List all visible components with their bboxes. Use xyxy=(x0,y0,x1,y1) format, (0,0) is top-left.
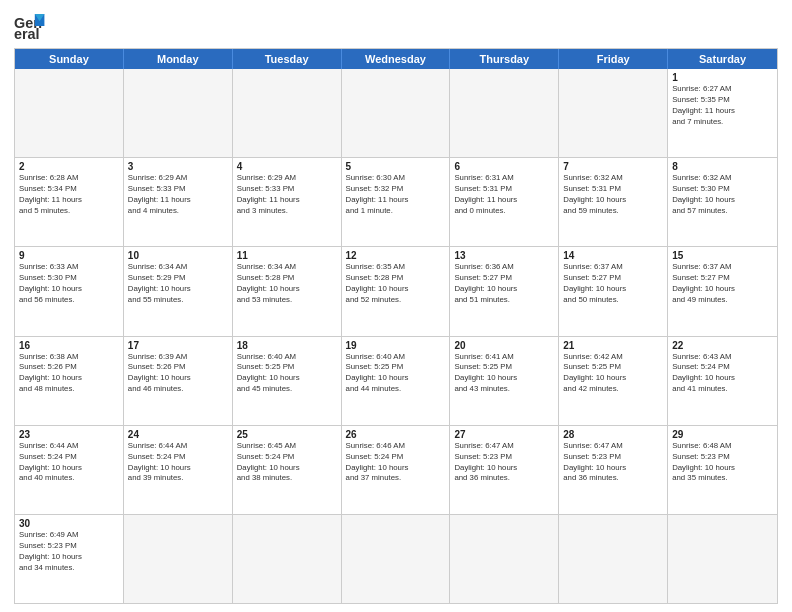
calendar-cell: 14Sunrise: 6:37 AM Sunset: 5:27 PM Dayli… xyxy=(559,247,668,335)
calendar: SundayMondayTuesdayWednesdayThursdayFrid… xyxy=(14,48,778,604)
day-number: 6 xyxy=(454,161,554,172)
calendar-cell xyxy=(668,515,777,603)
calendar-cell xyxy=(559,515,668,603)
calendar-cell xyxy=(450,69,559,157)
calendar-cell: 24Sunrise: 6:44 AM Sunset: 5:24 PM Dayli… xyxy=(124,426,233,514)
page: Gen eral SundayMondayTuesdayWednesdayThu… xyxy=(0,0,792,612)
cell-info: Sunrise: 6:31 AM Sunset: 5:31 PM Dayligh… xyxy=(454,173,554,217)
calendar-cell: 10Sunrise: 6:34 AM Sunset: 5:29 PM Dayli… xyxy=(124,247,233,335)
day-number: 16 xyxy=(19,340,119,351)
cell-info: Sunrise: 6:39 AM Sunset: 5:26 PM Dayligh… xyxy=(128,352,228,396)
day-number: 13 xyxy=(454,250,554,261)
calendar-cell: 7Sunrise: 6:32 AM Sunset: 5:31 PM Daylig… xyxy=(559,158,668,246)
cell-info: Sunrise: 6:41 AM Sunset: 5:25 PM Dayligh… xyxy=(454,352,554,396)
cell-info: Sunrise: 6:36 AM Sunset: 5:27 PM Dayligh… xyxy=(454,262,554,306)
calendar-cell: 9Sunrise: 6:33 AM Sunset: 5:30 PM Daylig… xyxy=(15,247,124,335)
cell-info: Sunrise: 6:40 AM Sunset: 5:25 PM Dayligh… xyxy=(237,352,337,396)
calendar-cell: 18Sunrise: 6:40 AM Sunset: 5:25 PM Dayli… xyxy=(233,337,342,425)
cell-info: Sunrise: 6:37 AM Sunset: 5:27 PM Dayligh… xyxy=(563,262,663,306)
calendar-cell xyxy=(342,69,451,157)
calendar-cell: 19Sunrise: 6:40 AM Sunset: 5:25 PM Dayli… xyxy=(342,337,451,425)
calendar-cell: 13Sunrise: 6:36 AM Sunset: 5:27 PM Dayli… xyxy=(450,247,559,335)
calendar-body: 1Sunrise: 6:27 AM Sunset: 5:35 PM Daylig… xyxy=(15,69,777,603)
calendar-cell: 6Sunrise: 6:31 AM Sunset: 5:31 PM Daylig… xyxy=(450,158,559,246)
day-number: 29 xyxy=(672,429,773,440)
cell-info: Sunrise: 6:38 AM Sunset: 5:26 PM Dayligh… xyxy=(19,352,119,396)
day-number: 8 xyxy=(672,161,773,172)
day-number: 17 xyxy=(128,340,228,351)
header: Gen eral xyxy=(14,10,778,42)
day-number: 9 xyxy=(19,250,119,261)
day-number: 22 xyxy=(672,340,773,351)
cell-info: Sunrise: 6:37 AM Sunset: 5:27 PM Dayligh… xyxy=(672,262,773,306)
day-number: 4 xyxy=(237,161,337,172)
calendar-cell: 5Sunrise: 6:30 AM Sunset: 5:32 PM Daylig… xyxy=(342,158,451,246)
svg-text:eral: eral xyxy=(14,26,40,42)
calendar-row-2: 9Sunrise: 6:33 AM Sunset: 5:30 PM Daylig… xyxy=(15,246,777,335)
calendar-cell: 17Sunrise: 6:39 AM Sunset: 5:26 PM Dayli… xyxy=(124,337,233,425)
cell-info: Sunrise: 6:32 AM Sunset: 5:30 PM Dayligh… xyxy=(672,173,773,217)
calendar-cell: 1Sunrise: 6:27 AM Sunset: 5:35 PM Daylig… xyxy=(668,69,777,157)
calendar-row-3: 16Sunrise: 6:38 AM Sunset: 5:26 PM Dayli… xyxy=(15,336,777,425)
cell-info: Sunrise: 6:44 AM Sunset: 5:24 PM Dayligh… xyxy=(128,441,228,485)
day-number: 2 xyxy=(19,161,119,172)
day-number: 5 xyxy=(346,161,446,172)
day-number: 23 xyxy=(19,429,119,440)
cell-info: Sunrise: 6:44 AM Sunset: 5:24 PM Dayligh… xyxy=(19,441,119,485)
cell-info: Sunrise: 6:28 AM Sunset: 5:34 PM Dayligh… xyxy=(19,173,119,217)
calendar-row-1: 2Sunrise: 6:28 AM Sunset: 5:34 PM Daylig… xyxy=(15,157,777,246)
day-number: 26 xyxy=(346,429,446,440)
calendar-cell: 15Sunrise: 6:37 AM Sunset: 5:27 PM Dayli… xyxy=(668,247,777,335)
calendar-cell: 12Sunrise: 6:35 AM Sunset: 5:28 PM Dayli… xyxy=(342,247,451,335)
calendar-cell: 16Sunrise: 6:38 AM Sunset: 5:26 PM Dayli… xyxy=(15,337,124,425)
weekday-header-saturday: Saturday xyxy=(668,49,777,69)
cell-info: Sunrise: 6:34 AM Sunset: 5:29 PM Dayligh… xyxy=(128,262,228,306)
cell-info: Sunrise: 6:29 AM Sunset: 5:33 PM Dayligh… xyxy=(237,173,337,217)
cell-info: Sunrise: 6:32 AM Sunset: 5:31 PM Dayligh… xyxy=(563,173,663,217)
cell-info: Sunrise: 6:34 AM Sunset: 5:28 PM Dayligh… xyxy=(237,262,337,306)
cell-info: Sunrise: 6:29 AM Sunset: 5:33 PM Dayligh… xyxy=(128,173,228,217)
calendar-cell xyxy=(233,515,342,603)
calendar-cell xyxy=(124,69,233,157)
calendar-cell: 8Sunrise: 6:32 AM Sunset: 5:30 PM Daylig… xyxy=(668,158,777,246)
calendar-cell xyxy=(559,69,668,157)
calendar-cell xyxy=(124,515,233,603)
calendar-cell: 22Sunrise: 6:43 AM Sunset: 5:24 PM Dayli… xyxy=(668,337,777,425)
calendar-cell xyxy=(15,69,124,157)
day-number: 1 xyxy=(672,72,773,83)
weekday-header-friday: Friday xyxy=(559,49,668,69)
calendar-cell: 23Sunrise: 6:44 AM Sunset: 5:24 PM Dayli… xyxy=(15,426,124,514)
day-number: 19 xyxy=(346,340,446,351)
weekday-header-thursday: Thursday xyxy=(450,49,559,69)
day-number: 7 xyxy=(563,161,663,172)
calendar-cell: 25Sunrise: 6:45 AM Sunset: 5:24 PM Dayli… xyxy=(233,426,342,514)
logo-icon: Gen eral xyxy=(14,10,46,42)
cell-info: Sunrise: 6:49 AM Sunset: 5:23 PM Dayligh… xyxy=(19,530,119,574)
calendar-cell: 29Sunrise: 6:48 AM Sunset: 5:23 PM Dayli… xyxy=(668,426,777,514)
cell-info: Sunrise: 6:46 AM Sunset: 5:24 PM Dayligh… xyxy=(346,441,446,485)
cell-info: Sunrise: 6:40 AM Sunset: 5:25 PM Dayligh… xyxy=(346,352,446,396)
cell-info: Sunrise: 6:47 AM Sunset: 5:23 PM Dayligh… xyxy=(563,441,663,485)
calendar-cell: 30Sunrise: 6:49 AM Sunset: 5:23 PM Dayli… xyxy=(15,515,124,603)
calendar-cell: 27Sunrise: 6:47 AM Sunset: 5:23 PM Dayli… xyxy=(450,426,559,514)
calendar-cell: 11Sunrise: 6:34 AM Sunset: 5:28 PM Dayli… xyxy=(233,247,342,335)
day-number: 25 xyxy=(237,429,337,440)
calendar-row-5: 30Sunrise: 6:49 AM Sunset: 5:23 PM Dayli… xyxy=(15,514,777,603)
cell-info: Sunrise: 6:27 AM Sunset: 5:35 PM Dayligh… xyxy=(672,84,773,128)
calendar-cell xyxy=(233,69,342,157)
weekday-header-tuesday: Tuesday xyxy=(233,49,342,69)
calendar-row-0: 1Sunrise: 6:27 AM Sunset: 5:35 PM Daylig… xyxy=(15,69,777,157)
calendar-cell: 2Sunrise: 6:28 AM Sunset: 5:34 PM Daylig… xyxy=(15,158,124,246)
day-number: 14 xyxy=(563,250,663,261)
cell-info: Sunrise: 6:30 AM Sunset: 5:32 PM Dayligh… xyxy=(346,173,446,217)
day-number: 30 xyxy=(19,518,119,529)
cell-info: Sunrise: 6:47 AM Sunset: 5:23 PM Dayligh… xyxy=(454,441,554,485)
cell-info: Sunrise: 6:42 AM Sunset: 5:25 PM Dayligh… xyxy=(563,352,663,396)
calendar-cell: 20Sunrise: 6:41 AM Sunset: 5:25 PM Dayli… xyxy=(450,337,559,425)
day-number: 27 xyxy=(454,429,554,440)
calendar-cell xyxy=(450,515,559,603)
logo: Gen eral xyxy=(14,10,50,42)
calendar-cell: 3Sunrise: 6:29 AM Sunset: 5:33 PM Daylig… xyxy=(124,158,233,246)
calendar-cell: 4Sunrise: 6:29 AM Sunset: 5:33 PM Daylig… xyxy=(233,158,342,246)
day-number: 24 xyxy=(128,429,228,440)
